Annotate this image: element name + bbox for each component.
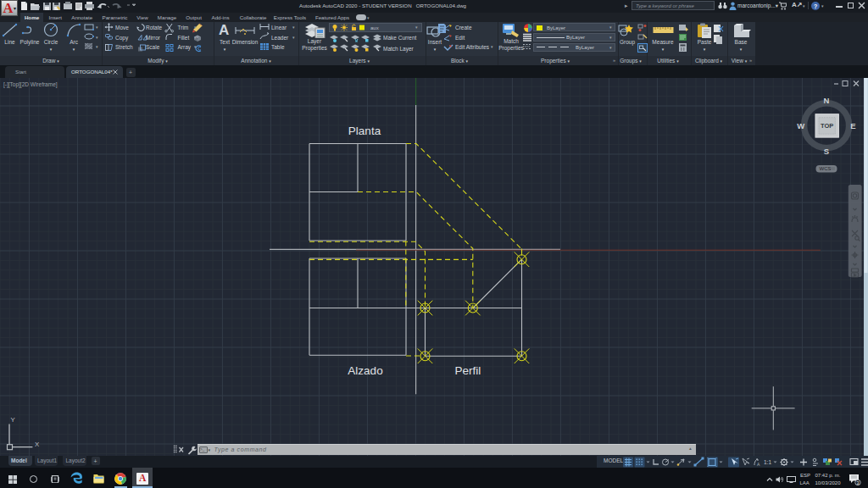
svg-text:Perfil: Perfil (455, 364, 481, 377)
svg-text:A: A (757, 462, 760, 467)
svg-text:Planta: Planta (348, 125, 381, 137)
svg-text:[-][Top][2D Wireframe]: [-][Top][2D Wireframe] (3, 81, 58, 88)
svg-text:N: N (824, 96, 830, 105)
svg-text:W: W (797, 121, 804, 130)
svg-text:Alzado: Alzado (348, 364, 382, 377)
svg-text:TOP: TOP (821, 122, 833, 130)
svg-text:X: X (35, 441, 40, 448)
svg-text:WCS: WCS (820, 166, 832, 171)
svg-text:1:1: 1:1 (764, 459, 771, 465)
svg-text:S: S (824, 147, 829, 156)
svg-text:Y: Y (10, 416, 15, 424)
svg-text:E: E (850, 121, 855, 130)
